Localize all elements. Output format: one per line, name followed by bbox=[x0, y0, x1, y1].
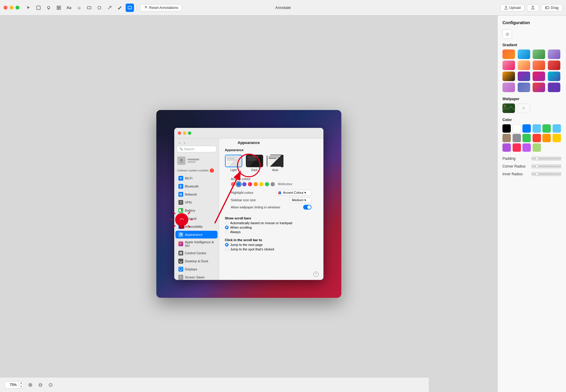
gradient-pink[interactable] bbox=[502, 61, 515, 70]
accent-red[interactable] bbox=[231, 182, 235, 186]
nav-back[interactable]: ‹ bbox=[178, 140, 182, 146]
corner-radius-slider[interactable] bbox=[531, 164, 561, 168]
gradient-peach[interactable] bbox=[518, 61, 530, 70]
appearance-light[interactable]: Light bbox=[225, 155, 242, 172]
accent-green[interactable] bbox=[265, 182, 269, 186]
stamp-tool[interactable] bbox=[44, 4, 53, 12]
maximize-button[interactable] bbox=[16, 6, 19, 10]
minimize-button[interactable] bbox=[10, 6, 13, 10]
click-spot-option[interactable]: Jump to the spot that's clicked bbox=[225, 247, 317, 251]
zoom-out-button[interactable]: ⊖ bbox=[36, 381, 44, 389]
accent-pink[interactable] bbox=[248, 182, 252, 186]
drag-button[interactable]: Drag bbox=[541, 4, 562, 11]
click-next-radio[interactable] bbox=[225, 243, 229, 247]
color-brown[interactable] bbox=[502, 134, 511, 142]
accent-gray[interactable] bbox=[271, 182, 275, 186]
sidebar-item-accessibility[interactable]: Accessibility bbox=[175, 223, 218, 230]
crop-tool[interactable] bbox=[34, 4, 43, 12]
gradient-blue-indigo[interactable] bbox=[518, 83, 530, 92]
accent-yellow[interactable] bbox=[259, 182, 263, 186]
color-gray[interactable] bbox=[513, 134, 521, 142]
color-purple[interactable] bbox=[502, 143, 511, 152]
help-button[interactable]: ? bbox=[313, 272, 319, 277]
highlight-colour-dropdown[interactable]: Accent Colour ▾ bbox=[276, 190, 311, 196]
auto-thumb[interactable] bbox=[267, 155, 284, 167]
wallpaper-tinting-toggle[interactable] bbox=[303, 205, 311, 210]
screen-tool[interactable] bbox=[126, 4, 134, 12]
inner-radius-slider[interactable] bbox=[531, 172, 561, 176]
gradient-dark-orange[interactable] bbox=[502, 72, 515, 81]
color-orange[interactable] bbox=[542, 134, 551, 142]
gradient-red-purple[interactable] bbox=[533, 83, 545, 92]
gradient-green[interactable] bbox=[533, 49, 545, 59]
color-blue[interactable] bbox=[522, 124, 531, 133]
accent-orange[interactable] bbox=[254, 182, 258, 186]
dark-thumb[interactable] bbox=[246, 155, 263, 167]
sidebar-item-control-centre[interactable]: Control Centre bbox=[175, 249, 218, 257]
sidebar-item-battery[interactable]: Battery bbox=[175, 207, 218, 214]
nav-forward[interactable]: › bbox=[183, 140, 186, 146]
click-spot-radio[interactable] bbox=[225, 247, 229, 251]
color-white[interactable] bbox=[513, 124, 521, 133]
rect-tool[interactable] bbox=[85, 4, 93, 12]
color-red[interactable] bbox=[533, 134, 541, 142]
sidebar-item-wifi[interactable]: Wi-Fi bbox=[175, 174, 218, 182]
gradient-purple-light[interactable] bbox=[548, 49, 560, 59]
appearance-dark[interactable]: Dark bbox=[246, 155, 263, 172]
scroll-always-option[interactable]: Always bbox=[225, 230, 317, 234]
wallpaper-add-button[interactable]: + bbox=[517, 103, 530, 113]
gradient-deep-purple[interactable] bbox=[548, 83, 560, 92]
accent-purple[interactable] bbox=[242, 182, 246, 186]
sidebar-icon-dropdown[interactable]: Medium ▾ bbox=[290, 197, 311, 203]
circle-tool[interactable] bbox=[95, 4, 104, 12]
zoom-step-up[interactable]: ▲ bbox=[19, 382, 24, 385]
color-violet[interactable] bbox=[522, 143, 531, 152]
color-light-green[interactable] bbox=[533, 143, 541, 152]
color-green2[interactable] bbox=[522, 134, 531, 142]
click-next-page-option[interactable]: Jump to the next page bbox=[225, 243, 317, 247]
color-green[interactable] bbox=[542, 124, 551, 133]
gradient-lavender[interactable] bbox=[502, 83, 515, 92]
zoom-step-down[interactable]: ▼ bbox=[19, 385, 24, 388]
zoom-in-button[interactable]: ⊕ bbox=[26, 381, 34, 389]
accent-blue[interactable] bbox=[237, 182, 241, 186]
gradient-orange-yellow[interactable] bbox=[502, 49, 515, 59]
sidebar-item-vpn[interactable]: VPN bbox=[175, 199, 218, 206]
color-teal[interactable] bbox=[553, 124, 561, 133]
upload-button[interactable]: Upload bbox=[500, 4, 525, 11]
color-yellow[interactable] bbox=[553, 134, 561, 142]
sidebar-item-general[interactable]: General bbox=[175, 215, 218, 222]
sidebar-item-screensaver[interactable]: Screen Saver bbox=[175, 273, 218, 280]
wallpaper-thumb[interactable] bbox=[502, 103, 515, 113]
arrow-tool[interactable] bbox=[105, 4, 114, 12]
zoom-fit-button[interactable]: ⊙ bbox=[47, 381, 54, 389]
config-none-button[interactable]: ⊘ bbox=[502, 29, 512, 39]
scroll-scrolling-radio[interactable] bbox=[225, 226, 229, 229]
gradient-red-orange[interactable] bbox=[533, 61, 545, 70]
gradient-cyan-blue[interactable] bbox=[548, 72, 560, 81]
scroll-auto-option[interactable]: Automatically based on mouse or trackpad bbox=[225, 221, 317, 225]
scroll-auto-radio[interactable] bbox=[225, 221, 229, 225]
text-tool[interactable]: Aa bbox=[65, 4, 73, 12]
appearance-auto[interactable]: Auto bbox=[267, 155, 284, 172]
close-button[interactable] bbox=[4, 6, 7, 10]
gradient-crimson[interactable] bbox=[548, 61, 560, 70]
emoji-tool[interactable]: ☺ bbox=[75, 4, 83, 12]
grid-tool[interactable] bbox=[55, 4, 63, 12]
select-tool[interactable] bbox=[24, 4, 33, 12]
reset-annotations-button[interactable]: Reset Annotations bbox=[140, 4, 182, 11]
zoom-input[interactable] bbox=[5, 382, 18, 388]
gradient-indigo-purple[interactable] bbox=[518, 72, 530, 81]
padding-slider[interactable] bbox=[531, 157, 561, 161]
pen-tool[interactable] bbox=[115, 4, 124, 12]
scroll-when-scrolling-option[interactable]: When scrolling bbox=[225, 226, 317, 229]
share-button[interactable] bbox=[527, 4, 539, 11]
sidebar-item-appearance[interactable]: Appearance bbox=[175, 231, 218, 238]
color-black[interactable] bbox=[502, 124, 511, 133]
sidebar-item-network[interactable]: Network bbox=[175, 190, 218, 198]
sidebar-item-siri[interactable]: ✦ Apple Intelligence & Siri bbox=[175, 239, 218, 249]
color-pink[interactable] bbox=[513, 143, 521, 152]
gradient-pink-purple[interactable] bbox=[533, 72, 545, 81]
scroll-always-radio[interactable] bbox=[225, 230, 229, 234]
sidebar-item-bluetooth[interactable]: β Bluetooth bbox=[175, 182, 218, 190]
